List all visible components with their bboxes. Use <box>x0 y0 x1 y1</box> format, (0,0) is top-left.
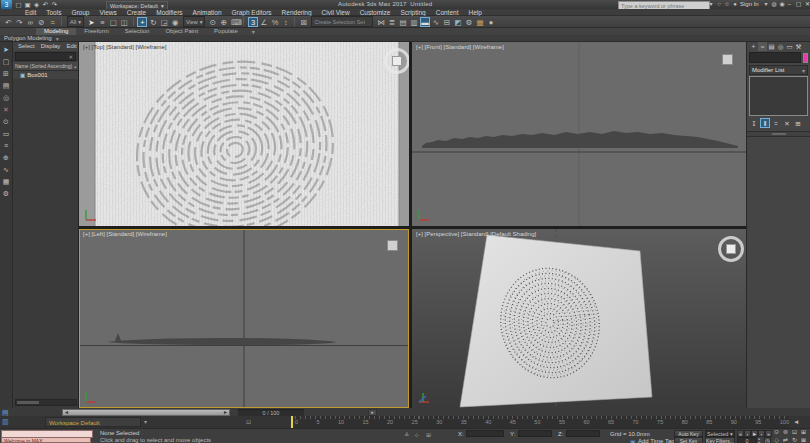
explorer-list-tool-icon[interactable]: ▤ <box>1 81 11 91</box>
current-frame-marker[interactable] <box>291 416 293 428</box>
motion-tab[interactable]: ◎ <box>776 42 785 51</box>
close-button[interactable]: ✕ <box>803 0 810 7</box>
x-coordinate-field[interactable] <box>466 430 504 437</box>
keyboard-shortcut-override-icon[interactable]: ⌨ <box>230 17 240 27</box>
clear-search-icon[interactable]: ✕ <box>66 54 75 60</box>
viewcube[interactable] <box>722 54 733 65</box>
sign-in-link[interactable]: Sign In <box>740 1 759 7</box>
align-icon[interactable]: ≣ <box>387 17 397 27</box>
explorer-tab[interactable]: Display <box>38 42 64 51</box>
viewport-label-menu[interactable]: [+] [Front] [Standard] [Wireframe] <box>416 44 504 50</box>
viewport-label-menu[interactable]: [+] [Top] [Standard] [Wireframe] <box>83 44 167 50</box>
viewport-label-menu[interactable]: [+] [Perspective] [Standard] [Default Sh… <box>416 231 536 237</box>
menu-item[interactable]: Animation <box>188 9 227 16</box>
material-editor-icon[interactable]: ◩ <box>453 17 463 27</box>
explorer-tab[interactable]: Edit <box>63 42 79 51</box>
menu-item[interactable]: Help <box>463 9 486 16</box>
angle-snap-icon[interactable]: ∠ <box>259 17 269 27</box>
window-crossing-icon[interactable]: ◫ <box>119 17 129 27</box>
utilities-tab[interactable]: ⚒ <box>794 42 803 51</box>
unlink-selection-icon[interactable]: ⊘ <box>37 17 47 27</box>
set-key-button[interactable]: Set Key <box>674 437 703 443</box>
menu-item[interactable]: Modifiers <box>151 9 187 16</box>
y-coordinate-field[interactable] <box>518 430 552 437</box>
explorer-search-input[interactable] <box>16 53 66 61</box>
configure-modifier-sets-button[interactable]: ⊞ <box>793 118 803 128</box>
redo-icon[interactable]: ↷ <box>15 17 25 27</box>
zoom-icon[interactable]: ⊙ <box>772 429 781 437</box>
track-bar[interactable]: 0510152025303540455055606570758085909510… <box>295 416 789 428</box>
pin-stack-button[interactable]: ↧ <box>749 118 759 128</box>
pan-icon[interactable]: ⇄ <box>781 437 790 443</box>
viewport-perspective[interactable]: [+] [Perspective] [Standard] [Default Sh… <box>412 229 746 408</box>
maximize-button[interactable]: ▢ <box>794 0 803 7</box>
toggle-scene-explorer-icon[interactable]: ▤ <box>398 17 408 27</box>
viewport-front[interactable]: [+] [Front] [Standard] [Wireframe] <box>412 42 746 226</box>
percent-snap-icon[interactable]: % <box>270 17 280 27</box>
remove-modifier-button[interactable]: ✕ <box>782 118 792 128</box>
toggle-ribbon-icon[interactable]: ▬ <box>420 17 430 27</box>
key-filters-button[interactable]: Key Filters... <box>705 437 735 443</box>
zoom-all-icon[interactable]: ⊚ <box>781 429 790 437</box>
display-tab[interactable]: ▭ <box>785 42 794 51</box>
snaps-toggle-3d-icon[interactable]: 3 <box>248 17 258 27</box>
render-production-icon[interactable]: ● <box>486 17 496 27</box>
explorer-object-row[interactable]: ▣ Box001 <box>13 71 78 79</box>
create-tab[interactable]: + <box>749 42 758 51</box>
time-slider[interactable]: ◄ ► <box>62 409 230 416</box>
viewcube[interactable] <box>384 48 409 74</box>
menu-item[interactable]: Create <box>122 9 152 16</box>
menu-item[interactable]: Content <box>431 9 464 16</box>
modifier-stack[interactable] <box>749 76 808 116</box>
selection-filter-dropdown[interactable]: All▾ <box>67 16 84 27</box>
ribbon-tab[interactable]: Populate <box>206 28 246 35</box>
render-setup-icon[interactable]: ⚙ <box>464 17 474 27</box>
menu-item[interactable]: Customize <box>355 9 396 16</box>
ribbon-tab[interactable]: Object Paint <box>157 28 206 35</box>
ribbon-tab[interactable]: Freeform <box>76 28 116 35</box>
explorer-filter-tool-icon[interactable]: ≡ <box>1 141 11 151</box>
select-and-link-icon[interactable]: ∞ <box>26 17 36 27</box>
docked-listener-icon[interactable]: ▥ <box>2 418 9 426</box>
explorer-tab[interactable]: Select <box>15 42 38 51</box>
rectangular-selection-region-icon[interactable]: ▢ <box>108 17 118 27</box>
menu-item[interactable]: Tools <box>41 9 66 16</box>
selection-lock-icon[interactable]: ≙ <box>404 431 409 438</box>
search-dropdown-icon[interactable]: ▾ <box>707 0 715 7</box>
time-slider-options-button[interactable]: ▸ <box>368 409 377 416</box>
rendered-frame-window-icon[interactable]: ▦ <box>475 17 485 27</box>
explorer-grid-tool-icon[interactable]: ▦ <box>1 177 11 187</box>
explorer-horizontal-scrollbar[interactable] <box>15 399 77 406</box>
show-end-result-button[interactable]: ‖ <box>760 118 770 128</box>
zoom-extents-icon[interactable]: ⊡ <box>790 429 799 437</box>
viewcube[interactable] <box>718 236 744 262</box>
object-name-field[interactable] <box>749 52 801 63</box>
minimize-button[interactable]: – <box>785 1 794 7</box>
previous-frame-arrow-icon[interactable]: ◄ <box>64 409 69 415</box>
select-and-manipulate-icon[interactable]: ⊕ <box>219 17 229 27</box>
named-selection-set-dropdown[interactable]: Create Selection Set <box>311 16 373 27</box>
go-to-start-button[interactable]: « <box>737 430 744 437</box>
orbit-icon[interactable]: ↻ <box>790 437 799 443</box>
edit-named-selection-sets-icon[interactable]: ⊠ <box>299 17 309 27</box>
application-menu-button[interactable]: 3 <box>1 0 12 9</box>
object-color-swatch[interactable] <box>803 53 808 63</box>
menu-item[interactable]: Scripting <box>395 9 430 16</box>
next-frame-arrow-icon[interactable]: ► <box>223 409 228 415</box>
add-time-tag-label[interactable]: Add Time Tag <box>638 438 675 443</box>
ribbon-tab[interactable]: Selection <box>117 28 158 35</box>
reference-coordinate-dropdown[interactable]: View▾ <box>183 16 206 27</box>
select-and-move-icon[interactable]: + <box>137 17 147 27</box>
curve-editor-icon[interactable]: ∿ <box>431 17 441 27</box>
select-and-scale-icon[interactable]: ◲ <box>159 17 169 27</box>
favorites-icon[interactable]: ☆ <box>723 0 731 7</box>
notification-icon[interactable]: ◍ <box>770 0 778 7</box>
select-and-place-icon[interactable]: ◉ <box>170 17 180 27</box>
modify-tab[interactable]: ≈ <box>758 42 767 51</box>
go-to-end-button[interactable]: » <box>765 430 772 437</box>
rollout-splitter[interactable] <box>747 131 810 137</box>
menu-item[interactable]: Rendering <box>277 9 317 16</box>
explorer-column-headers[interactable]: Name (Sorted Ascending) ▲ Froz <box>13 62 78 71</box>
bind-to-space-warp-icon[interactable]: ≈ <box>48 17 58 27</box>
menu-item[interactable]: Edit <box>20 9 41 16</box>
